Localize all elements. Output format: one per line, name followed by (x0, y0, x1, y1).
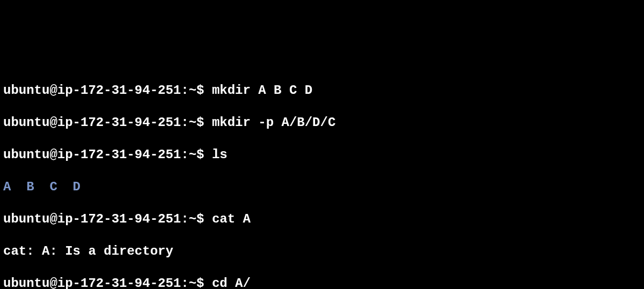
shell-prompt: ubuntu@ip-172-31-94-251:~$ (3, 212, 212, 226)
terminal-line: cat: A: Is a directory (3, 243, 641, 260)
shell-prompt: ubuntu@ip-172-31-94-251:~$ (3, 147, 212, 162)
shell-command: mkdir A B C D (212, 83, 312, 98)
terminal-line: ubuntu@ip-172-31-94-251:~$ mkdir -p A/B/… (3, 115, 641, 131)
shell-command: cat A (212, 212, 251, 226)
shell-prompt: ubuntu@ip-172-31-94-251:~$ (3, 115, 212, 130)
terminal-line: ubuntu@ip-172-31-94-251:~$ mkdir A B C D (3, 83, 641, 99)
shell-command: ls (212, 147, 228, 162)
shell-command: cd A/ (212, 276, 251, 289)
shell-command: mkdir -p A/B/D/C (212, 115, 335, 130)
terminal[interactable]: ubuntu@ip-172-31-94-251:~$ mkdir A B C D… (3, 66, 641, 289)
shell-prompt: ubuntu@ip-172-31-94-251:~$ (3, 276, 212, 289)
terminal-line: ubuntu@ip-172-31-94-251:~$ cd A/ (3, 276, 641, 289)
terminal-line: ubuntu@ip-172-31-94-251:~$ cat A (3, 211, 641, 227)
terminal-line: ubuntu@ip-172-31-94-251:~$ ls (3, 147, 641, 163)
terminal-line: A B C D (3, 179, 641, 195)
shell-output: cat: A: Is a directory (3, 244, 173, 258)
directory-listing: A B C D (3, 180, 80, 194)
shell-prompt: ubuntu@ip-172-31-94-251:~$ (3, 83, 212, 98)
